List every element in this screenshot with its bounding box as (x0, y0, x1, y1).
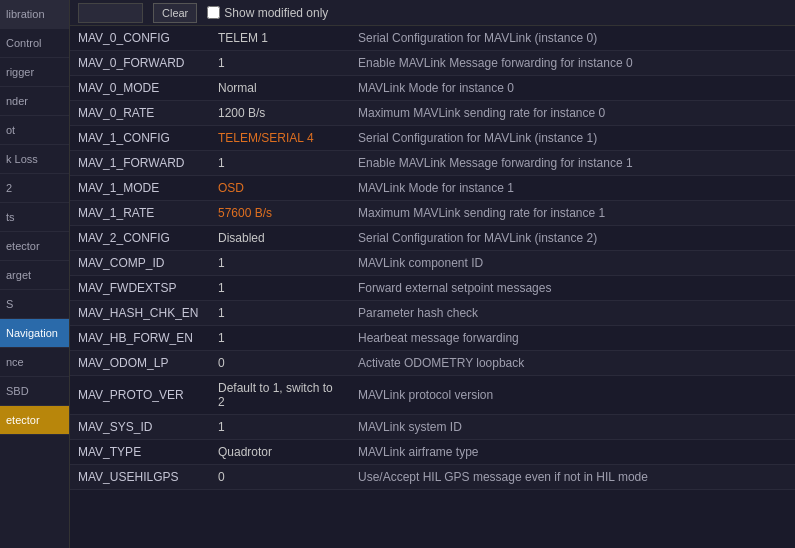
sidebar-item-finder[interactable]: nder (0, 87, 69, 116)
param-description: MAVLink component ID (350, 251, 795, 276)
param-value[interactable]: 1 (210, 415, 350, 440)
table-row[interactable]: MAV_0_CONFIGTELEM 1Serial Configuration … (70, 26, 795, 51)
sidebar-item-control[interactable]: Control (0, 29, 69, 58)
sidebar-item-navigation[interactable]: Navigation (0, 319, 69, 348)
param-name: MAV_USEHILGPS (70, 465, 210, 490)
table-row[interactable]: MAV_1_CONFIGTELEM/SERIAL 4Serial Configu… (70, 126, 795, 151)
param-value[interactable]: 1 (210, 251, 350, 276)
table-row[interactable]: MAV_0_RATE1200 B/sMaximum MAVLink sendin… (70, 101, 795, 126)
param-name: MAV_0_FORWARD (70, 51, 210, 76)
table-row[interactable]: MAV_0_FORWARD1Enable MAVLink Message for… (70, 51, 795, 76)
table-row[interactable]: MAV_1_RATE57600 B/sMaximum MAVLink sendi… (70, 201, 795, 226)
table-row[interactable]: MAV_PROTO_VERDefault to 1, switch to 2MA… (70, 376, 795, 415)
param-description: Use/Accept HIL GPS message even if not i… (350, 465, 795, 490)
param-value[interactable]: 0 (210, 351, 350, 376)
table-row[interactable]: MAV_ODOM_LP0Activate ODOMETRY loopback (70, 351, 795, 376)
table-row[interactable]: MAV_COMP_ID1MAVLink component ID (70, 251, 795, 276)
sidebar-item-target[interactable]: arget (0, 261, 69, 290)
param-description: Enable MAVLink Message forwarding for in… (350, 151, 795, 176)
param-name: MAV_1_CONFIG (70, 126, 210, 151)
params-table-container: MAV_0_CONFIGTELEM 1Serial Configuration … (70, 26, 795, 548)
param-value[interactable]: TELEM/SERIAL 4 (210, 126, 350, 151)
table-row[interactable]: MAV_1_FORWARD1Enable MAVLink Message for… (70, 151, 795, 176)
sidebar-item-sbd[interactable]: SBD (0, 377, 69, 406)
table-row[interactable]: MAV_2_CONFIGDisabledSerial Configuration… (70, 226, 795, 251)
param-description: Hearbeat message forwarding (350, 326, 795, 351)
table-row[interactable]: MAV_HASH_CHK_EN1Parameter hash check (70, 301, 795, 326)
param-name: MAV_ODOM_LP (70, 351, 210, 376)
param-description: Serial Configuration for MAVLink (instan… (350, 126, 795, 151)
param-value[interactable]: 57600 B/s (210, 201, 350, 226)
show-modified-checkbox[interactable] (207, 6, 220, 19)
param-description: Maximum MAVLink sending rate for instanc… (350, 101, 795, 126)
param-value[interactable]: 1 (210, 51, 350, 76)
main-content: Clear Show modified only MAV_0_CONFIGTEL… (70, 0, 795, 548)
table-row[interactable]: MAV_TYPEQuadrotorMAVLink airframe type (70, 440, 795, 465)
table-row[interactable]: MAV_FWDEXTSP1Forward external setpoint m… (70, 276, 795, 301)
param-name: MAV_FWDEXTSP (70, 276, 210, 301)
sidebar-item-calibration[interactable]: libration (0, 0, 69, 29)
sidebar-item-rc2[interactable]: 2 (0, 174, 69, 203)
param-name: MAV_1_MODE (70, 176, 210, 201)
table-row[interactable]: MAV_0_MODENormalMAVLink Mode for instanc… (70, 76, 795, 101)
table-row[interactable]: MAV_USEHILGPS0Use/Accept HIL GPS message… (70, 465, 795, 490)
param-name: MAV_TYPE (70, 440, 210, 465)
table-row[interactable]: MAV_1_MODEOSDMAVLink Mode for instance 1 (70, 176, 795, 201)
param-description: Serial Configuration for MAVLink (instan… (350, 226, 795, 251)
param-name: MAV_SYS_ID (70, 415, 210, 440)
param-value[interactable]: 1 (210, 301, 350, 326)
param-description: Forward external setpoint messages (350, 276, 795, 301)
param-description: MAVLink system ID (350, 415, 795, 440)
sidebar-item-detector2[interactable]: etector (0, 406, 69, 435)
search-input[interactable] (78, 3, 143, 23)
toolbar: Clear Show modified only (70, 0, 795, 26)
param-name: MAV_1_FORWARD (70, 151, 210, 176)
sidebar-item-mounts[interactable]: ts (0, 203, 69, 232)
params-table: MAV_0_CONFIGTELEM 1Serial Configuration … (70, 26, 795, 490)
param-description: MAVLink airframe type (350, 440, 795, 465)
param-name: MAV_COMP_ID (70, 251, 210, 276)
param-name: MAV_0_MODE (70, 76, 210, 101)
param-description: MAVLink Mode for instance 0 (350, 76, 795, 101)
param-value[interactable]: Default to 1, switch to 2 (210, 376, 350, 415)
param-description: Parameter hash check (350, 301, 795, 326)
table-row[interactable]: MAV_SYS_ID1MAVLink system ID (70, 415, 795, 440)
param-name: MAV_PROTO_VER (70, 376, 210, 415)
sidebar-item-fence[interactable]: nce (0, 348, 69, 377)
param-description: Enable MAVLink Message forwarding for in… (350, 51, 795, 76)
sidebar-item-gps[interactable]: S (0, 290, 69, 319)
param-description: Activate ODOMETRY loopback (350, 351, 795, 376)
param-value[interactable]: TELEM 1 (210, 26, 350, 51)
clear-button[interactable]: Clear (153, 3, 197, 23)
param-description: MAVLink Mode for instance 1 (350, 176, 795, 201)
param-value[interactable]: 1200 B/s (210, 101, 350, 126)
sidebar-item-detector[interactable]: etector (0, 232, 69, 261)
param-value[interactable]: OSD (210, 176, 350, 201)
param-name: MAV_0_RATE (70, 101, 210, 126)
param-value[interactable]: Disabled (210, 226, 350, 251)
param-value[interactable]: 1 (210, 151, 350, 176)
param-value[interactable]: 1 (210, 326, 350, 351)
show-modified-label[interactable]: Show modified only (207, 6, 328, 20)
param-value[interactable]: 0 (210, 465, 350, 490)
param-name: MAV_2_CONFIG (70, 226, 210, 251)
param-description: Serial Configuration for MAVLink (instan… (350, 26, 795, 51)
param-name: MAV_1_RATE (70, 201, 210, 226)
param-value[interactable]: Normal (210, 76, 350, 101)
sidebar-item-pilot[interactable]: ot (0, 116, 69, 145)
param-description: Maximum MAVLink sending rate for instanc… (350, 201, 795, 226)
show-modified-text: Show modified only (224, 6, 328, 20)
sidebar-item-trigger[interactable]: rigger (0, 58, 69, 87)
sidebar: librationControlriggernderotk Loss2tsete… (0, 0, 70, 548)
param-name: MAV_HASH_CHK_EN (70, 301, 210, 326)
param-name: MAV_HB_FORW_EN (70, 326, 210, 351)
param-value[interactable]: 1 (210, 276, 350, 301)
sidebar-item-linkloss[interactable]: k Loss (0, 145, 69, 174)
param-value[interactable]: Quadrotor (210, 440, 350, 465)
param-name: MAV_0_CONFIG (70, 26, 210, 51)
table-row[interactable]: MAV_HB_FORW_EN1Hearbeat message forwardi… (70, 326, 795, 351)
param-description: MAVLink protocol version (350, 376, 795, 415)
